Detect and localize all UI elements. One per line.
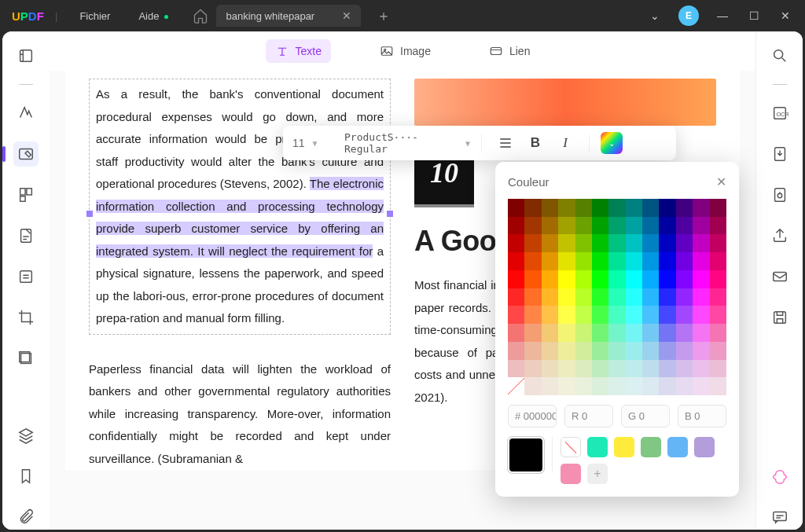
color-cell[interactable]	[676, 234, 693, 252]
edit-tab-text[interactable]: Texte	[266, 39, 331, 63]
color-cell[interactable]	[676, 217, 693, 235]
color-cell[interactable]	[508, 360, 524, 378]
color-cell[interactable]	[608, 306, 625, 324]
color-cell[interactable]	[659, 377, 675, 395]
color-grid[interactable]	[508, 199, 726, 395]
crop-icon[interactable]	[13, 305, 39, 330]
close-button[interactable]: ✕	[777, 9, 793, 22]
close-icon[interactable]: ✕	[716, 174, 726, 189]
color-cell[interactable]	[575, 306, 592, 324]
reader-mode-icon[interactable]	[13, 43, 39, 68]
tab-document[interactable]: banking whitepapar ✕	[216, 5, 361, 27]
color-cell[interactable]	[558, 270, 575, 288]
color-cell[interactable]	[592, 288, 608, 306]
tab-home[interactable]	[189, 4, 212, 28]
maximize-button[interactable]: ☐	[746, 9, 762, 22]
color-cell[interactable]	[642, 270, 659, 288]
color-cell[interactable]	[542, 342, 558, 360]
color-cell[interactable]	[626, 306, 642, 324]
color-cell[interactable]	[693, 270, 709, 288]
color-cell[interactable]	[558, 306, 575, 324]
color-cell[interactable]	[524, 288, 541, 306]
color-cell[interactable]	[592, 324, 608, 342]
color-cell[interactable]	[592, 217, 608, 235]
color-cell[interactable]	[710, 342, 726, 360]
color-cell[interactable]	[693, 342, 709, 360]
color-cell[interactable]	[626, 252, 642, 270]
color-cell[interactable]	[659, 270, 675, 288]
color-cell[interactable]	[558, 342, 575, 360]
color-cell[interactable]	[575, 252, 592, 270]
color-cell[interactable]	[524, 252, 541, 270]
color-cell[interactable]	[508, 234, 524, 252]
color-cell[interactable]	[626, 342, 642, 360]
color-cell[interactable]	[659, 217, 675, 235]
avatar[interactable]: E	[678, 6, 699, 26]
color-cell[interactable]	[508, 252, 524, 270]
color-cell[interactable]	[524, 199, 541, 217]
color-cell[interactable]	[676, 342, 693, 360]
color-cell[interactable]	[558, 324, 575, 342]
color-cell[interactable]	[575, 270, 592, 288]
color-cell[interactable]	[524, 360, 541, 378]
color-cell[interactable]	[558, 360, 575, 378]
ocr-icon[interactable]: OCR	[767, 101, 792, 126]
color-cell[interactable]	[642, 217, 659, 235]
color-cell[interactable]	[693, 360, 709, 378]
annotate-icon[interactable]	[13, 101, 39, 126]
color-cell[interactable]	[608, 234, 625, 252]
color-cell[interactable]	[693, 306, 709, 324]
color-cell[interactable]	[626, 288, 642, 306]
protect-icon[interactable]	[767, 182, 792, 207]
color-cell[interactable]	[693, 252, 709, 270]
g-input[interactable]: G 0	[621, 405, 670, 427]
color-cell[interactable]	[542, 324, 558, 342]
italic-button[interactable]: I	[553, 130, 578, 156]
chevron-down-icon[interactable]: ⌄	[647, 9, 663, 22]
preset-swatch[interactable]	[561, 464, 581, 484]
color-cell[interactable]	[693, 324, 709, 342]
b-input[interactable]: B 0	[678, 405, 726, 427]
bookmark-icon[interactable]	[13, 464, 39, 489]
color-cell[interactable]	[592, 306, 608, 324]
color-cell[interactable]	[676, 306, 693, 324]
r-input[interactable]: R 0	[564, 405, 613, 427]
color-cell[interactable]	[642, 324, 659, 342]
color-cell[interactable]	[558, 217, 575, 235]
color-cell[interactable]	[642, 234, 659, 252]
color-cell[interactable]	[592, 234, 608, 252]
color-cell[interactable]	[558, 234, 575, 252]
color-cell[interactable]	[592, 270, 608, 288]
color-cell[interactable]	[642, 199, 659, 217]
color-cell[interactable]	[575, 377, 592, 395]
color-cell[interactable]	[626, 199, 642, 217]
color-cell[interactable]	[710, 377, 726, 395]
color-cell[interactable]	[626, 270, 642, 288]
color-cell[interactable]	[608, 252, 625, 270]
color-cell[interactable]	[608, 217, 625, 235]
preset-swatch[interactable]	[641, 437, 661, 457]
color-cell[interactable]	[608, 360, 625, 378]
email-icon[interactable]	[767, 264, 792, 289]
color-cell[interactable]	[508, 324, 524, 342]
color-cell[interactable]	[508, 270, 524, 288]
color-cell[interactable]	[542, 234, 558, 252]
color-cell[interactable]	[693, 377, 709, 395]
convert-icon[interactable]	[767, 141, 792, 167]
color-cell[interactable]	[693, 217, 709, 235]
color-cell[interactable]	[608, 199, 625, 217]
color-cell[interactable]	[575, 288, 592, 306]
color-cell[interactable]	[608, 377, 625, 395]
color-cell[interactable]	[676, 360, 693, 378]
color-cell[interactable]	[710, 306, 726, 324]
color-cell[interactable]	[659, 342, 675, 360]
color-cell[interactable]	[508, 306, 524, 324]
color-cell[interactable]	[626, 324, 642, 342]
color-cell[interactable]	[542, 199, 558, 217]
color-cell[interactable]	[693, 199, 709, 217]
color-cell[interactable]	[642, 377, 659, 395]
save-icon[interactable]	[767, 305, 792, 330]
color-cell[interactable]	[608, 288, 625, 306]
color-cell[interactable]	[710, 324, 726, 342]
color-cell[interactable]	[592, 360, 608, 378]
